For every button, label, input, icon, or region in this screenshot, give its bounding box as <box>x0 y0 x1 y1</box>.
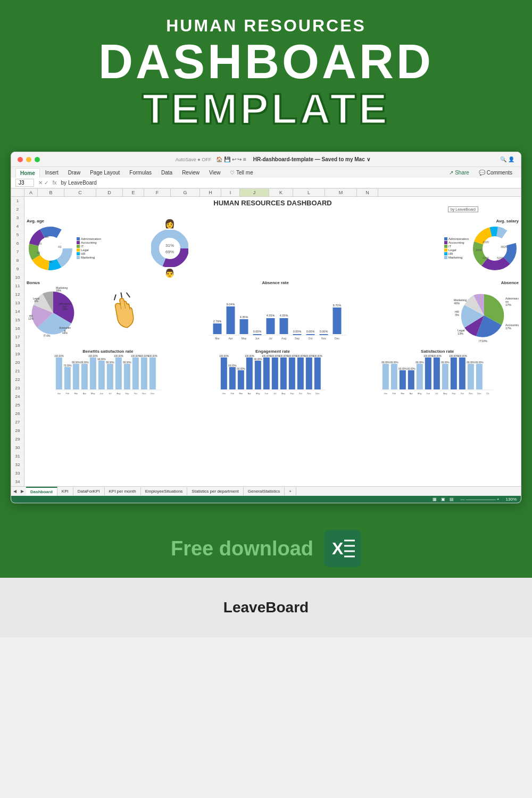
tab-general-statistics[interactable]: GeneralStatistics <box>244 487 285 495</box>
sheet-nav-left[interactable]: ◀ <box>11 488 19 495</box>
cell-reference[interactable]: J3 <box>15 179 34 187</box>
absence-pie-title: Absence <box>434 280 519 285</box>
svg-text:Dec: Dec <box>151 392 154 395</box>
benefits-chart: Benefits satisfaction rate <box>27 349 189 405</box>
svg-text:Ch: Ch <box>487 392 489 395</box>
svg-text:38: 38 <box>45 235 49 238</box>
svg-rect-163 <box>383 364 389 389</box>
tab-dataforkpi[interactable]: DataForKPI <box>73 487 105 495</box>
tab-kpi[interactable]: KPI <box>57 487 73 495</box>
svg-rect-42 <box>253 334 262 335</box>
minimize-button[interactable] <box>26 157 31 162</box>
tab-employee-situations[interactable]: EmployeeSituations <box>141 487 188 495</box>
svg-text:Jul: Jul <box>109 392 111 395</box>
maximize-button[interactable] <box>35 157 40 162</box>
row-24: 24 <box>11 393 24 401</box>
avg-salary-legend: Administration Accounting IT Legal HR Ma… <box>444 237 469 260</box>
engagement-chart: Engagement rate <box>192 349 354 405</box>
avg-salary-donut-container: Administration Accounting IT Legal HR Ma… <box>206 225 519 272</box>
tab-data[interactable]: Data <box>157 168 177 178</box>
zoom-slider[interactable]: — ——————— + <box>460 497 499 502</box>
tab-home[interactable]: Home <box>15 168 40 178</box>
svg-text:0.00%: 0.00% <box>320 330 328 333</box>
svg-text:May: May <box>256 392 260 395</box>
view-normal-icon[interactable]: ▦ <box>433 497 437 502</box>
row-27: 27 <box>11 418 24 427</box>
svg-rect-46 <box>306 334 315 335</box>
header-section: HUMAN RESOURCES DASHBOARD TEMPLATE <box>0 0 532 152</box>
tab-review[interactable]: Review <box>178 168 204 178</box>
svg-text:Jan: Jan <box>57 392 61 395</box>
svg-rect-40 <box>227 306 235 334</box>
close-button[interactable] <box>18 157 23 162</box>
tab-tell-me[interactable]: ♡ Tell me <box>226 168 257 178</box>
svg-text:80,00%: 80,00% <box>382 361 390 364</box>
svg-text:Oct: Oct <box>134 392 138 395</box>
svg-text:100,00%: 100,00% <box>54 355 64 358</box>
svg-rect-45 <box>293 334 302 335</box>
svg-text:2020: 2020 <box>483 240 489 244</box>
col-d: D <box>96 189 123 196</box>
svg-text:100,00%: 100,00% <box>313 355 322 358</box>
svg-text:0.00%: 0.00% <box>293 330 302 333</box>
tab-add[interactable]: + <box>285 487 296 495</box>
svg-text:2.79%: 2.79% <box>213 320 222 323</box>
tab-dashboard[interactable]: Dashboard <box>26 487 57 496</box>
svg-rect-41 <box>240 319 248 334</box>
svg-rect-130 <box>255 361 261 389</box>
tab-view[interactable]: View <box>205 168 225 178</box>
tab-kpi-per-month[interactable]: KPI per month <box>105 487 141 495</box>
row-9: 9 <box>11 265 24 273</box>
svg-text:Jun: Jun <box>100 392 103 395</box>
tab-formulas[interactable]: Formulas <box>125 168 156 178</box>
svg-rect-92 <box>81 364 88 389</box>
col-a: A <box>24 189 38 196</box>
svg-text:Aug: Aug <box>444 392 447 395</box>
svg-text:80,00%: 80,00% <box>442 361 450 364</box>
view-preview-icon[interactable]: ▤ <box>450 497 454 502</box>
tab-statistics-per-dept[interactable]: Statistics per department <box>187 487 243 495</box>
row-33: 33 <box>11 469 24 478</box>
svg-rect-137 <box>314 358 321 389</box>
svg-text:20%: 20% <box>62 307 68 311</box>
svg-text:May: May <box>91 392 95 395</box>
tab-draw[interactable]: Draw <box>64 168 85 178</box>
svg-text:80,00%: 80,00% <box>390 361 398 364</box>
svg-text:Nov: Nov <box>469 392 473 395</box>
svg-text:60,00%: 60,00% <box>228 364 236 367</box>
row-14: 14 <box>11 307 24 316</box>
row-7: 7 <box>11 248 24 256</box>
svg-text:3%: 3% <box>455 313 459 317</box>
svg-text:Mar: Mar <box>401 392 405 395</box>
tab-page-layout[interactable]: Page Layout <box>86 168 124 178</box>
comments-button[interactable]: 💬 Comments <box>475 168 517 178</box>
svg-text:Oct: Oct <box>309 337 313 340</box>
view-page-icon[interactable]: ▣ <box>441 497 445 502</box>
svg-text:9.04%: 9.04% <box>227 303 235 306</box>
sheet-nav-right[interactable]: ▶ <box>19 488 26 495</box>
svg-rect-95 <box>107 364 113 389</box>
col-n: N <box>357 189 378 196</box>
svg-text:80,00%: 80,00% <box>476 361 484 364</box>
svg-text:90,00%: 90,00% <box>97 358 105 361</box>
svg-text:Jan: Jan <box>222 392 225 395</box>
svg-text:12%: 12% <box>28 317 34 320</box>
svg-text:0.00%: 0.00% <box>253 330 262 333</box>
share-button[interactable]: ↗ Share <box>445 168 473 178</box>
svg-text:Aug: Aug <box>281 392 285 395</box>
ribbon-tabs: Home Insert Draw Page Layout Formulas Da… <box>11 167 521 178</box>
svg-rect-166 <box>408 370 414 389</box>
svg-text:90,00%: 90,00% <box>254 358 262 361</box>
row-29: 29 <box>11 435 24 444</box>
col-i: I <box>221 189 240 196</box>
excel-wrapper: AutoSave ● OFF 🏠 💾 ↩ ↪ ≡ HR-dashboard-te… <box>0 152 532 519</box>
dashboard-inner: HUMAN RESOURCES DASHBOARD by LeaveBoard … <box>24 197 521 486</box>
svg-text:4.55%: 4.55% <box>267 314 275 317</box>
col-c: C <box>64 189 96 196</box>
leaveboard-badge: by LeaveBoard <box>448 206 478 212</box>
tab-insert[interactable]: Insert <box>41 168 63 178</box>
svg-text:Jul: Jul <box>436 392 438 395</box>
svg-rect-134 <box>289 358 295 389</box>
svg-text:X: X <box>332 539 344 558</box>
absence-rate-svg: 2.79% 9.04% 4.35% 0.00% 4.55% 4.55% 0.00… <box>119 286 431 345</box>
